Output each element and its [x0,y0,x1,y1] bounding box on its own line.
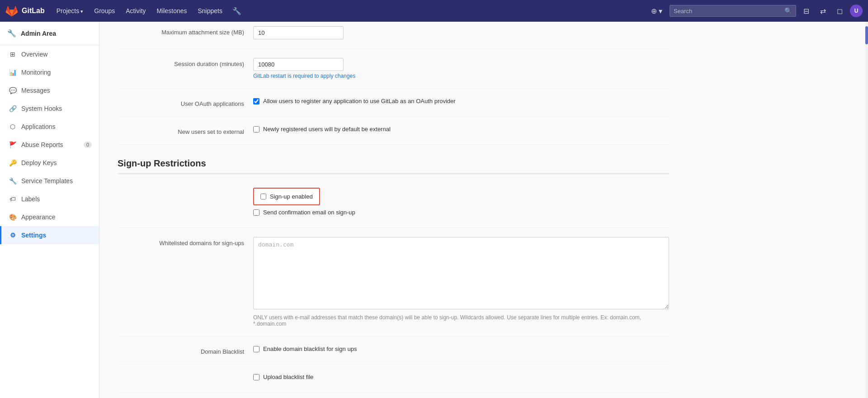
abuse-reports-icon: 🚩 [9,141,17,148]
issues-icon-btn[interactable]: ◻ [833,5,846,17]
sidebar-item-label: Applications [21,123,56,130]
enable-blacklist-label[interactable]: Enable domain blacklist for sign ups [263,346,357,352]
upload-blacklist-content: Upload blacklist file [253,374,669,383]
sidebar-item-appearance[interactable]: 🎨 Appearance [0,208,99,226]
oauth-checkbox[interactable] [253,98,259,104]
oauth-row: User OAuth applications Allow users to r… [118,89,669,117]
send-confirmation-checkbox[interactable] [253,209,259,216]
whitelist-hint: ONLY users with e-mail addresses that ma… [253,314,669,327]
service-templates-icon: 🔧 [9,177,17,185]
messages-icon: 💬 [9,87,17,94]
oauth-content: Allow users to register any application … [253,98,669,107]
sidebar-header: 🔧 Admin Area [0,22,99,45]
sidebar-item-label: Abuse Reports [21,141,63,148]
whitelist-textarea[interactable] [253,237,669,309]
sidebar-item-label: Labels [21,195,40,203]
upload-blacklist-label[interactable]: Upload blacklist file [263,374,313,380]
gitlab-wordmark: GitLab [22,7,45,15]
domain-blacklist-content: Enable domain blacklist for sign ups [253,346,669,355]
send-confirmation-label[interactable]: Send confirmation email on sign-up [263,209,355,216]
sidebar-item-abuse-reports[interactable]: 🚩 Abuse Reports 0 [0,136,99,154]
system-hooks-icon: 🔗 [9,105,17,112]
upload-blacklist-checkbox[interactable] [253,374,259,380]
sidebar-title: Admin Area [21,30,56,37]
whitelist-label: Whitelisted domains for sign-ups [118,237,253,246]
search-input[interactable] [674,8,782,14]
max-attachment-label: Maximum attachment size (MB) [118,26,253,36]
send-confirmation-checkbox-row: Send confirmation email on sign-up [253,209,669,216]
new-users-checkbox-row: Newly registered users will by default b… [253,126,669,133]
new-users-content: Newly registered users will by default b… [253,126,669,135]
sidebar-item-label: Overview [21,51,47,58]
signup-enabled-checkbox[interactable] [260,194,266,199]
sidebar-item-service-templates[interactable]: 🔧 Service Templates [0,172,99,190]
deploy-keys-icon: 🔑 [9,159,17,166]
sidebar-item-applications[interactable]: ⬡ Applications [0,118,99,136]
settings-icon: ⚙ [9,232,17,239]
upload-blacklist-label-spacer [118,374,253,376]
session-duration-content: GitLab restart is required to apply chan… [253,58,669,79]
sidebar-item-settings[interactable]: ⚙ Settings [0,226,99,244]
admin-wrench-icon: 🔧 [7,29,16,38]
sidebar-item-overview[interactable]: ⊞ Overview [0,45,99,63]
applications-icon: ⬡ [9,123,17,130]
signup-section-header: Sign-up Restrictions [118,145,669,179]
signup-enabled-row: Sign-up enabled Send confirmation email … [118,179,669,228]
session-duration-input[interactable] [253,58,344,71]
signup-section-title: Sign-up Restrictions [118,158,669,174]
nav-milestones[interactable]: Milestones [152,5,192,16]
page-layout: 🔧 Admin Area ⊞ Overview 📊 Monitoring 💬 M… [0,22,868,398]
user-avatar[interactable]: U [850,5,863,17]
sidebar: 🔧 Admin Area ⊞ Overview 📊 Monitoring 💬 M… [0,22,99,398]
oauth-checkbox-row: Allow users to register any application … [253,98,669,104]
sidebar-item-labels[interactable]: 🏷 Labels [0,190,99,208]
new-users-label: New users set to external [118,126,253,135]
wrench-icon-btn[interactable]: 🔧 [229,5,245,17]
enable-blacklist-checkbox-row: Enable domain blacklist for sign ups [253,346,669,352]
sidebar-item-monitoring[interactable]: 📊 Monitoring [0,63,99,81]
search-box[interactable]: 🔍 [670,5,796,17]
sidebar-item-label: Deploy Keys [21,159,57,166]
nav-projects[interactable]: Projects [52,5,88,16]
scroll-thumb [865,26,868,44]
sidebar-item-label: Service Templates [21,177,73,185]
upload-blacklist-row: Upload blacklist file [118,365,669,393]
enable-blacklist-checkbox[interactable] [253,346,259,352]
signup-enabled-box: Sign-up enabled [253,188,320,205]
merge-request-icon-btn[interactable]: ⇄ [816,5,830,17]
oauth-label: User OAuth applications [118,98,253,107]
max-attachment-input[interactable] [253,26,344,39]
main-content: Maximum attachment size (MB) Session dur… [99,22,868,398]
overview-icon: ⊞ [9,51,17,58]
scrollbar[interactable] [865,22,868,398]
layout-icon-btn[interactable]: ⊟ [800,5,813,17]
monitoring-icon: 📊 [9,69,17,76]
search-icon: 🔍 [784,7,792,14]
sidebar-item-messages[interactable]: 💬 Messages [0,81,99,100]
nav-groups[interactable]: Groups [90,5,119,16]
plus-icon-btn[interactable]: ⊕ ▾ [647,5,666,17]
new-users-row: New users set to external Newly register… [118,117,669,145]
sidebar-item-label: Appearance [21,213,56,221]
nav-links: Projects Groups Activity Milestones Snip… [52,5,245,17]
sidebar-item-system-hooks[interactable]: 🔗 System Hooks [0,100,99,118]
session-duration-row: Session duration (minutes) GitLab restar… [118,49,669,89]
sidebar-item-label: System Hooks [21,105,62,112]
nav-tools: ⊕ ▾ 🔍 ⊟ ⇄ ◻ U [647,5,863,17]
max-attachment-row: Maximum attachment size (MB) [118,22,669,49]
sidebar-item-deploy-keys[interactable]: 🔑 Deploy Keys [0,154,99,172]
nav-activity[interactable]: Activity [121,5,150,16]
top-navigation: GitLab Projects Groups Activity Mileston… [0,0,868,22]
new-users-checkbox[interactable] [253,126,259,133]
gitlab-logo[interactable]: GitLab [5,5,45,17]
signup-enabled-label[interactable]: Sign-up enabled [270,193,313,200]
appearance-icon: 🎨 [9,213,17,221]
max-attachment-content [253,26,669,39]
oauth-checkbox-label[interactable]: Allow users to register any application … [263,98,456,104]
new-users-checkbox-label[interactable]: Newly registered users will by default b… [263,126,391,133]
nav-snippets[interactable]: Snippets [193,5,227,16]
signup-enabled-content: Sign-up enabled Send confirmation email … [253,188,669,218]
whitelist-content: ONLY users with e-mail addresses that ma… [253,237,669,327]
upload-blacklist-checkbox-row: Upload blacklist file [253,374,669,380]
domain-blacklist-row: Domain Blacklist Enable domain blacklist… [118,336,669,365]
